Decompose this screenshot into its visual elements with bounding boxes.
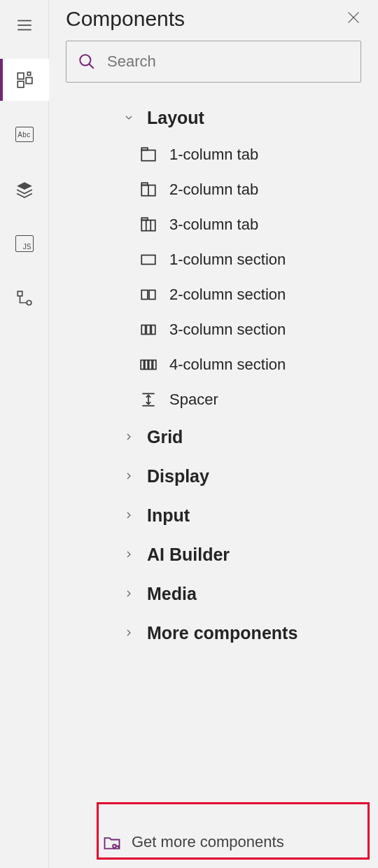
layers-icon: [15, 180, 34, 198]
item-2-column-section[interactable]: 2-column section: [62, 277, 365, 312]
svg-rect-19: [141, 220, 155, 231]
nav-tree-button[interactable]: [0, 277, 49, 319]
tree-icon: [15, 289, 34, 307]
group-label: More components: [147, 623, 298, 643]
svg-rect-28: [151, 326, 155, 335]
svg-point-36: [113, 845, 116, 848]
group-media[interactable]: Media: [62, 574, 365, 613]
nav-text-button[interactable]: Abc: [0, 113, 49, 155]
components-icon: [15, 71, 34, 89]
svg-rect-27: [146, 326, 150, 335]
component-tree: Layout 1-column tab 2-column tab 3-colum…: [49, 95, 378, 816]
chevron-right-icon: [122, 547, 136, 561]
svg-rect-25: [149, 290, 155, 300]
components-panel: Components Layout 1: [49, 0, 378, 868]
item-2-column-tab[interactable]: 2-column tab: [62, 172, 365, 207]
group-display[interactable]: Display: [62, 456, 365, 496]
item-3-column-section[interactable]: 3-column section: [62, 312, 365, 347]
group-label: Display: [147, 466, 209, 486]
svg-point-12: [80, 55, 90, 65]
group-label: Media: [147, 584, 197, 604]
svg-point-9: [27, 300, 31, 305]
svg-marker-7: [17, 182, 32, 190]
search-icon: [78, 52, 96, 71]
svg-rect-3: [18, 73, 24, 79]
group-label: Input: [147, 505, 190, 526]
folder-key-icon: [102, 832, 122, 852]
search-input[interactable]: [106, 52, 349, 71]
item-spacer[interactable]: Spacer: [62, 382, 365, 417]
svg-rect-6: [27, 72, 30, 75]
item-label: 3-column section: [169, 321, 286, 339]
item-label: 1-column section: [169, 251, 286, 269]
item-3-column-tab[interactable]: 3-column tab: [62, 207, 365, 242]
chevron-right-icon: [122, 508, 136, 522]
hamburger-icon: [15, 16, 34, 34]
two-column-section-icon: [139, 285, 158, 304]
chevron-right-icon: [122, 469, 136, 483]
group-ai-builder[interactable]: AI Builder: [62, 535, 365, 574]
svg-rect-8: [18, 291, 22, 296]
chevron-right-icon: [122, 430, 136, 444]
one-column-section-icon: [139, 250, 158, 270]
group-input[interactable]: Input: [62, 496, 365, 535]
group-more-components[interactable]: More components: [62, 613, 365, 652]
item-label: 2-column tab: [169, 181, 258, 199]
js-icon: JS: [15, 235, 34, 252]
item-label: 1-column tab: [169, 146, 258, 164]
svg-rect-26: [141, 326, 145, 335]
abc-icon: Abc: [15, 127, 34, 142]
one-column-tab-icon: [139, 145, 158, 164]
footer-label: Get more components: [132, 833, 284, 851]
svg-rect-29: [141, 360, 144, 370]
panel-footer: Get more components: [49, 816, 378, 868]
three-column-tab-icon: [139, 215, 158, 234]
group-layout[interactable]: Layout: [62, 98, 365, 137]
svg-rect-24: [141, 290, 148, 300]
svg-rect-22: [141, 218, 148, 220]
close-icon: [346, 10, 361, 25]
get-more-components-button[interactable]: Get more components: [102, 832, 284, 852]
spacer-icon: [139, 390, 158, 410]
svg-rect-15: [141, 148, 148, 150]
three-column-section-icon: [139, 320, 158, 340]
svg-rect-18: [141, 183, 148, 185]
item-label: 2-column section: [169, 286, 286, 304]
svg-rect-14: [141, 150, 155, 161]
item-label: 4-column section: [169, 356, 286, 374]
svg-line-13: [89, 64, 94, 69]
nav-components-button[interactable]: [0, 59, 49, 101]
four-column-section-icon: [139, 355, 158, 374]
two-column-tab-icon: [139, 180, 158, 200]
svg-rect-5: [26, 78, 32, 84]
item-label: Spacer: [169, 391, 218, 409]
chevron-right-icon: [122, 626, 136, 640]
left-nav-rail: Abc JS: [0, 0, 49, 868]
chevron-right-icon: [122, 587, 136, 601]
item-1-column-section[interactable]: 1-column section: [62, 242, 365, 277]
panel-title: Components: [66, 7, 185, 31]
item-4-column-section[interactable]: 4-column section: [62, 347, 365, 382]
svg-rect-31: [149, 360, 152, 370]
hamburger-menu-button[interactable]: [0, 4, 49, 46]
svg-rect-32: [153, 360, 156, 370]
svg-rect-4: [18, 81, 24, 88]
svg-rect-23: [141, 255, 155, 265]
nav-layers-button[interactable]: [0, 168, 49, 210]
item-1-column-tab[interactable]: 1-column tab: [62, 137, 365, 172]
group-label: Grid: [147, 427, 183, 447]
search-box[interactable]: [66, 41, 361, 83]
group-label: Layout: [147, 108, 204, 128]
chevron-down-icon: [122, 111, 136, 125]
group-label: AI Builder: [147, 545, 230, 565]
group-grid[interactable]: Grid: [62, 417, 365, 456]
item-label: 3-column tab: [169, 216, 258, 234]
svg-rect-30: [145, 360, 148, 370]
nav-js-button[interactable]: JS: [0, 223, 49, 265]
close-panel-button[interactable]: [346, 10, 361, 28]
